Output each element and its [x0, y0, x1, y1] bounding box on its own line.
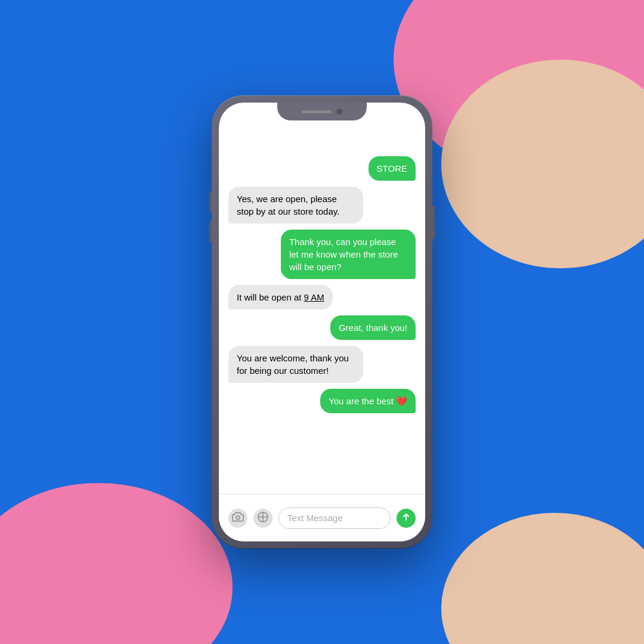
- volume-up-button: [209, 191, 212, 212]
- send-icon: [401, 512, 411, 524]
- message-bubble-sent: STORE: [369, 156, 416, 181]
- messages-area[interactable]: STORE Yes, we are open, please stop by a…: [219, 120, 425, 494]
- message-text: Thank you, can you please let me know wh…: [289, 237, 398, 272]
- message-text: Yes, we are open, please stop by at our …: [237, 194, 339, 216]
- message-bubble-received: It will be open at 9 AM: [228, 285, 333, 309]
- input-bar: Text Message: [219, 494, 425, 541]
- speaker: [302, 110, 332, 113]
- message-text: STORE: [377, 163, 407, 174]
- volume-down-button: [209, 221, 212, 242]
- time-text: 9 AM: [304, 292, 324, 302]
- message-text: It will be open at 9 AM: [237, 292, 324, 302]
- top-spacer: [228, 132, 416, 150]
- phone-shell: STORE Yes, we are open, please stop by a…: [212, 95, 432, 549]
- front-camera: [336, 109, 342, 114]
- message-text: You are welcome, thank you for being our…: [237, 353, 349, 376]
- input-placeholder: Text Message: [287, 513, 343, 523]
- svg-point-0: [236, 516, 240, 519]
- message-bubble-sent: You are the best ❤️: [320, 389, 416, 413]
- message-text: You are the best ❤️: [329, 396, 407, 406]
- phone: STORE Yes, we are open, please stop by a…: [212, 95, 432, 549]
- apps-button[interactable]: [253, 509, 273, 528]
- message-bubble-received: Yes, we are open, please stop by at our …: [228, 187, 363, 224]
- send-button[interactable]: [397, 509, 416, 528]
- power-button: [432, 206, 435, 239]
- message-text: Great, thank you!: [339, 323, 407, 333]
- camera-button[interactable]: [228, 509, 247, 528]
- text-message-input[interactable]: Text Message: [278, 507, 391, 529]
- message-bubble-sent: Great, thank you!: [330, 315, 416, 340]
- camera-icon: [232, 512, 244, 524]
- phone-screen: STORE Yes, we are open, please stop by a…: [219, 103, 425, 541]
- notch: [277, 103, 367, 120]
- message-bubble-received: You are welcome, thank you for being our…: [228, 346, 363, 383]
- message-bubble-sent: Thank you, can you please let me know wh…: [281, 230, 416, 279]
- apps-icon: [257, 511, 269, 525]
